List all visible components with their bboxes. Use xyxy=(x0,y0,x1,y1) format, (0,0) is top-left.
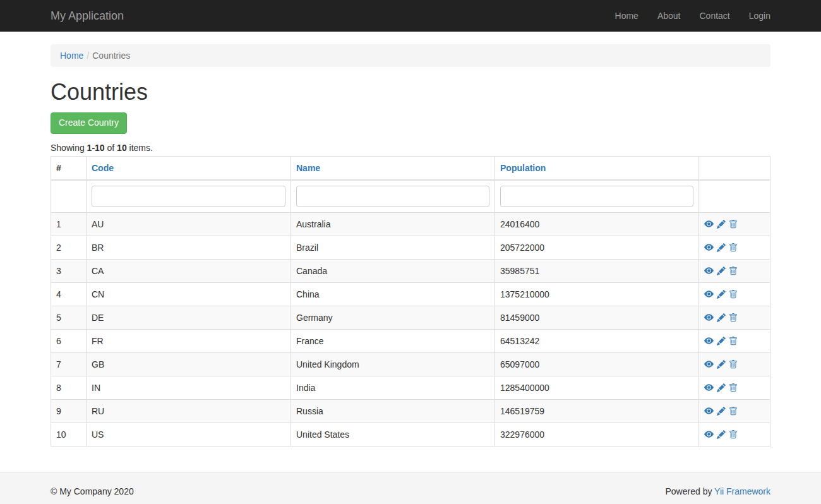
view-button[interactable] xyxy=(704,218,714,231)
summary-range: 1-10 xyxy=(87,143,105,153)
filter-cell-name xyxy=(291,180,495,213)
name-cell: Germany xyxy=(291,306,495,329)
update-button[interactable] xyxy=(717,381,726,394)
update-button[interactable] xyxy=(717,358,726,371)
breadcrumb-home-link[interactable]: Home xyxy=(60,51,83,61)
summary-suffix: items. xyxy=(129,143,153,153)
view-button[interactable] xyxy=(704,405,714,417)
population-cell: 1375210000 xyxy=(495,282,699,306)
view-button[interactable] xyxy=(704,381,714,394)
nav-item-contact: Contact xyxy=(690,0,739,32)
name-cell: France xyxy=(291,329,495,352)
code-cell: US xyxy=(87,423,291,446)
delete-button[interactable] xyxy=(729,381,738,394)
pencil-icon xyxy=(717,267,726,275)
name-cell: China xyxy=(291,282,495,306)
trash-icon xyxy=(729,383,738,392)
update-button[interactable] xyxy=(717,241,726,254)
table-row: 1AUAustralia24016400 xyxy=(51,212,770,236)
table-row: 5DEGermany81459000 xyxy=(51,306,770,329)
delete-button[interactable] xyxy=(729,241,738,254)
population-cell: 24016400 xyxy=(495,212,699,236)
footer-powered-by-text: Powered by xyxy=(665,486,712,496)
yii-framework-link[interactable]: Yii Framework xyxy=(714,486,770,496)
view-button[interactable] xyxy=(704,288,714,301)
eye-icon xyxy=(704,313,714,322)
delete-button[interactable] xyxy=(729,428,738,441)
view-button[interactable] xyxy=(704,335,714,347)
sort-link-name[interactable]: Name xyxy=(296,163,320,173)
trash-icon xyxy=(729,337,738,345)
name-cell: Russia xyxy=(291,399,495,423)
population-filter-input[interactable] xyxy=(500,186,693,207)
footer-powered: Powered by Yii Framework xyxy=(665,485,770,498)
summary-of: of xyxy=(107,143,115,153)
nav-link-login[interactable]: Login xyxy=(740,0,770,32)
update-button[interactable] xyxy=(717,335,726,347)
nav-link-home[interactable]: Home xyxy=(606,0,648,32)
trash-icon xyxy=(729,290,738,299)
actions-cell xyxy=(699,212,770,236)
eye-icon xyxy=(704,243,714,252)
view-button[interactable] xyxy=(704,265,714,277)
delete-button[interactable] xyxy=(729,405,738,417)
table-row: 8INIndia1285400000 xyxy=(51,376,770,399)
filter-cell-index xyxy=(51,180,87,213)
actions-cell xyxy=(699,259,770,282)
eye-icon xyxy=(704,359,714,369)
sort-link-code[interactable]: Code xyxy=(92,163,114,173)
delete-button[interactable] xyxy=(729,288,738,301)
name-cell: Brazil xyxy=(291,236,495,259)
eye-icon xyxy=(704,336,714,345)
create-country-button[interactable]: Create Country xyxy=(51,112,127,134)
countries-grid: # Code Name Population 1AUAustralia24016… xyxy=(51,156,770,447)
delete-button[interactable] xyxy=(729,265,738,277)
population-cell: 81459000 xyxy=(495,306,699,329)
update-button[interactable] xyxy=(717,405,726,417)
row-index-cell: 10 xyxy=(51,423,87,446)
update-button[interactable] xyxy=(717,218,726,231)
table-row: 7GBUnited Kingdom65097000 xyxy=(51,352,770,376)
nav-link-about[interactable]: About xyxy=(648,0,690,32)
delete-button[interactable] xyxy=(729,218,738,231)
update-button[interactable] xyxy=(717,265,726,277)
name-filter-input[interactable] xyxy=(296,186,489,207)
view-button[interactable] xyxy=(704,311,714,324)
code-filter-input[interactable] xyxy=(92,186,285,207)
table-row: 6FRFrance64513242 xyxy=(51,329,770,352)
code-cell: BR xyxy=(87,236,291,259)
pencil-icon xyxy=(717,360,726,369)
actions-cell xyxy=(699,376,770,399)
pencil-icon xyxy=(717,313,726,322)
view-button[interactable] xyxy=(704,358,714,371)
footer-copyright: © My Company 2020 xyxy=(51,485,134,498)
delete-button[interactable] xyxy=(729,311,738,324)
pencil-icon xyxy=(717,337,726,345)
table-header-row: # Code Name Population xyxy=(51,156,770,180)
trash-icon xyxy=(729,313,738,322)
delete-button[interactable] xyxy=(729,358,738,371)
row-index-cell: 1 xyxy=(51,212,87,236)
row-index-cell: 9 xyxy=(51,399,87,423)
code-cell: CN xyxy=(87,282,291,306)
table-row: 4CNChina1375210000 xyxy=(51,282,770,306)
update-button[interactable] xyxy=(717,288,726,301)
actions-cell xyxy=(699,282,770,306)
view-button[interactable] xyxy=(704,428,714,441)
navbar-menu: Home About Contact Login xyxy=(606,0,770,32)
row-index-cell: 3 xyxy=(51,259,87,282)
navbar-brand[interactable]: My Application xyxy=(51,9,124,22)
population-cell: 1285400000 xyxy=(495,376,699,399)
row-index-cell: 6 xyxy=(51,329,87,352)
delete-button[interactable] xyxy=(729,335,738,347)
sort-link-population[interactable]: Population xyxy=(500,163,546,173)
column-header-name: Name xyxy=(291,156,495,180)
population-cell: 64513242 xyxy=(495,329,699,352)
view-button[interactable] xyxy=(704,241,714,254)
eye-icon xyxy=(704,429,714,439)
update-button[interactable] xyxy=(717,428,726,441)
update-button[interactable] xyxy=(717,311,726,324)
filter-cell-code xyxy=(87,180,291,213)
nav-link-contact[interactable]: Contact xyxy=(690,0,739,32)
eye-icon xyxy=(704,266,714,275)
